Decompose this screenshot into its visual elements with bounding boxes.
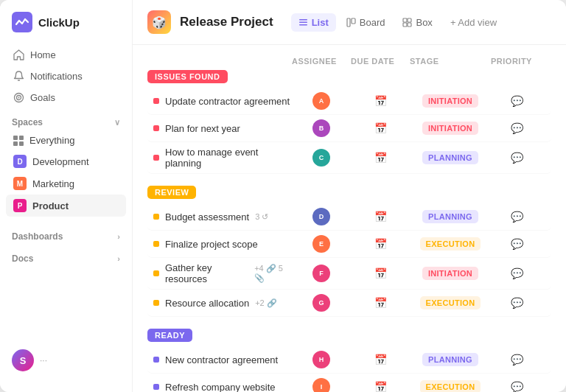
- sidebar-item-goals[interactable]: Goals: [6, 87, 126, 108]
- calendar-icon: 📅: [374, 297, 387, 309]
- spaces-chevron: ∨: [114, 118, 120, 127]
- task-dot: [153, 214, 159, 220]
- calendar-icon: 📅: [374, 381, 387, 392]
- tab-board[interactable]: Board: [339, 13, 393, 32]
- clickup-logo-icon: [12, 12, 32, 32]
- user-avatar: S: [12, 349, 34, 371]
- app-window: ClickUp Home Notifications Goals Spaces …: [0, 0, 566, 392]
- main-header: 🎲 Release Project List Board Box + Add v…: [133, 0, 566, 45]
- task-row[interactable]: How to manage event planning C 📅 PLANNIN…: [147, 142, 551, 174]
- svg-rect-6: [299, 24, 307, 26]
- task-list-content: ASSIGNEE DUE DATE STAGE PRIORITY ISSUES …: [133, 45, 566, 392]
- task-row[interactable]: Gather key resources +4 🔗 5 📎 F 📅 INITIA…: [147, 258, 551, 290]
- task-meta: +2 🔗: [255, 298, 277, 308]
- group-issues: ISSUES FOUND Update contractor agreement…: [147, 70, 551, 174]
- logo: ClickUp: [0, 12, 132, 44]
- task-dot: [153, 384, 159, 390]
- task-dot: [153, 300, 159, 306]
- group-label-issues: ISSUES FOUND: [147, 70, 228, 83]
- task-row[interactable]: Finalize project scope E 📅 EXECUTION 💬: [147, 231, 551, 258]
- assignee-avatar: G: [312, 294, 330, 312]
- home-icon: [13, 49, 24, 60]
- task-dot: [153, 125, 159, 131]
- app-name: ClickUp: [38, 16, 80, 29]
- development-badge: D: [13, 155, 27, 168]
- table-header: ASSIGNEE DUE DATE STAGE PRIORITY: [147, 57, 551, 70]
- group-review: REVIEW Budget assessment 3 ↺ D 📅 PLANNIN…: [147, 186, 551, 317]
- comment-icon: 💬: [511, 238, 523, 250]
- stage-badge: PLANNING: [422, 210, 478, 223]
- stage-badge: EXECUTION: [420, 237, 481, 251]
- group-label-ready: READY: [147, 329, 192, 342]
- spaces-list: Everything D Development M Marketing P P…: [0, 130, 132, 217]
- svg-rect-10: [408, 18, 411, 22]
- group-ready: READY New contractor agreement H 📅 PLANN…: [147, 329, 551, 392]
- comment-icon: 💬: [511, 267, 523, 279]
- task-row[interactable]: Update contractor agreement A 📅 INITIATI…: [147, 88, 551, 115]
- docs-chevron: ›: [117, 254, 120, 263]
- task-row[interactable]: Plan for next year B 📅 INITIATION 💬: [147, 115, 551, 142]
- sidebar-item-marketing[interactable]: M Marketing: [6, 172, 126, 195]
- assignee-avatar: A: [312, 92, 330, 110]
- task-row[interactable]: New contractor agreement H 📅 PLANNING 💬: [147, 346, 551, 374]
- svg-rect-12: [408, 23, 411, 27]
- stage-badge: INITIATION: [422, 267, 478, 280]
- list-tab-icon: [298, 18, 308, 27]
- svg-rect-7: [347, 18, 350, 27]
- add-view-button[interactable]: + Add view: [443, 13, 504, 32]
- sidebar-nav: Home Notifications Goals: [0, 44, 132, 108]
- svg-rect-4: [299, 19, 307, 21]
- box-tab-icon: [402, 18, 412, 27]
- stage-badge: PLANNING: [422, 151, 478, 164]
- group-label-review: REVIEW: [147, 186, 196, 199]
- header-tabs: List Board Box + Add view: [291, 13, 504, 32]
- sidebar-sections: Dashboards › Docs ›: [0, 223, 132, 267]
- sidebar-item-product[interactable]: P Product: [6, 195, 126, 217]
- calendar-icon: 📅: [374, 95, 387, 107]
- task-dot: [153, 98, 159, 104]
- svg-point-3: [18, 97, 20, 99]
- bell-icon: [13, 71, 24, 82]
- tab-box[interactable]: Box: [395, 13, 439, 32]
- svg-rect-0: [12, 12, 32, 32]
- calendar-icon: 📅: [374, 267, 387, 279]
- docs-item[interactable]: Docs ›: [0, 245, 132, 267]
- stage-badge: PLANNING: [422, 353, 478, 366]
- product-badge: P: [13, 199, 27, 212]
- calendar-icon: 📅: [374, 354, 387, 365]
- comment-icon: 💬: [511, 297, 523, 309]
- sidebar-item-home[interactable]: Home: [6, 44, 126, 66]
- main-content: 🎲 Release Project List Board Box + Add v…: [133, 0, 566, 392]
- calendar-icon: 📅: [374, 238, 387, 250]
- sidebar-item-development[interactable]: D Development: [6, 150, 126, 172]
- task-meta: 3 ↺: [255, 212, 268, 222]
- task-row[interactable]: Refresh company website I 📅 EXECUTION 💬: [147, 374, 551, 392]
- comment-icon: 💬: [511, 152, 523, 164]
- grid-icon: [13, 136, 24, 146]
- assignee-avatar: C: [312, 149, 330, 167]
- comment-icon: 💬: [511, 381, 523, 392]
- svg-rect-11: [403, 23, 407, 27]
- stage-badge: INITIATION: [422, 94, 478, 108]
- task-row[interactable]: Budget assessment 3 ↺ D 📅 PLANNING 💬: [147, 203, 551, 231]
- sidebar: ClickUp Home Notifications Goals Spaces …: [0, 0, 133, 392]
- target-icon: [13, 92, 24, 103]
- dashboards-item[interactable]: Dashboards ›: [0, 223, 132, 245]
- tab-list[interactable]: List: [291, 13, 336, 32]
- sidebar-item-everything[interactable]: Everything: [6, 130, 126, 150]
- sidebar-item-notifications[interactable]: Notifications: [6, 66, 126, 87]
- task-dot: [153, 270, 159, 276]
- stage-badge: INITIATION: [422, 122, 478, 135]
- calendar-icon: 📅: [374, 211, 387, 223]
- assignee-avatar: B: [312, 119, 330, 137]
- task-row[interactable]: Resource allocation +2 🔗 G 📅 EXECUTION 💬: [147, 290, 551, 317]
- comment-icon: 💬: [511, 95, 523, 107]
- svg-rect-5: [299, 21, 307, 23]
- project-title: Release Project: [180, 15, 273, 29]
- comment-icon: 💬: [511, 354, 523, 365]
- user-profile[interactable]: S ···: [0, 340, 132, 380]
- svg-rect-9: [403, 18, 407, 22]
- stage-badge: EXECUTION: [420, 380, 481, 392]
- assignee-avatar: F: [312, 265, 330, 282]
- assignee-avatar: E: [312, 235, 330, 253]
